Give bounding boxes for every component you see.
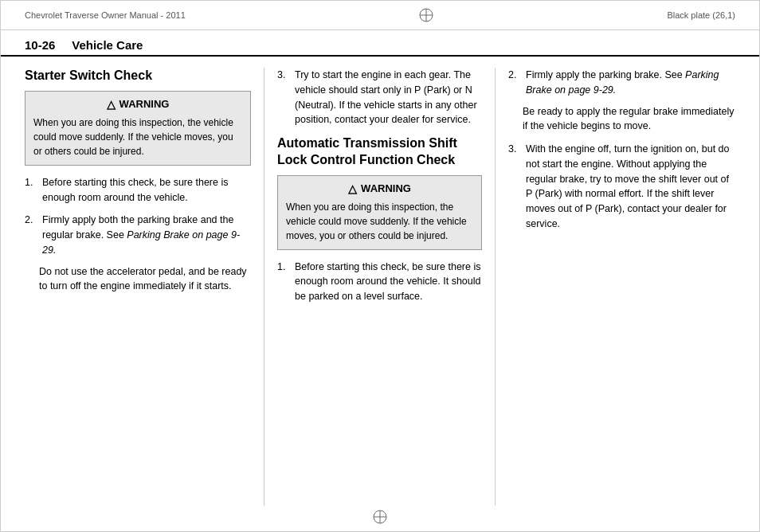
starter-item-2-text: Firmly apply both the parking brake and … <box>42 213 251 257</box>
page-header: Chevrolet Traverse Owner Manual - 2011 B… <box>1 1 759 30</box>
section-number: 10-26 <box>25 38 55 52</box>
middle-item-3-num: 3. <box>277 68 292 127</box>
right-item-3-text: With the engine off, turn the ignition o… <box>526 142 735 232</box>
right-item-2-text: Firmly apply the parking brake. See Park… <box>526 68 735 98</box>
starter-item-1-num: 1. <box>25 175 39 205</box>
auto-trans-warning-triangle-icon: △ <box>348 182 357 195</box>
starter-item-2: 2. Firmly apply both the parking brake a… <box>25 213 251 294</box>
starter-item-1: 1. Before starting this check, be sure t… <box>25 175 251 205</box>
starter-warning-header: △ WARNING <box>33 98 242 111</box>
auto-trans-item-1-num: 1. <box>277 260 292 304</box>
auto-trans-title: Automatic Transmission Shift Lock Contro… <box>277 135 482 169</box>
starter-item-2-note: Do not use the accelerator pedal, and be… <box>25 264 251 295</box>
right-item-2-num: 2. <box>508 68 523 98</box>
starter-switch-title: Starter Switch Check <box>25 68 251 84</box>
starter-item-1-text: Before starting this check, be sure ther… <box>42 175 251 205</box>
auto-trans-item-1: 1. Before starting this check, be sure t… <box>277 260 482 304</box>
auto-trans-item-1-text: Before starting this check, be sure ther… <box>295 260 482 304</box>
middle-item-3: 3. Try to start the engine in each gear.… <box>277 68 482 127</box>
auto-trans-warning-text: When you are doing this inspection, the … <box>286 200 473 243</box>
starter-warning-text: When you are doing this inspection, the … <box>33 115 242 158</box>
section-title: 10-26 Vehicle Care <box>25 38 143 52</box>
left-column: Starter Switch Check △ WARNING When you … <box>25 68 264 506</box>
header-center <box>418 7 434 23</box>
footer-crosshair-icon <box>372 509 388 525</box>
starter-warning-box: △ WARNING When you are doing this inspec… <box>25 91 251 166</box>
crosshair-icon <box>418 7 434 23</box>
section-header: 10-26 Vehicle Care <box>1 30 759 57</box>
header-left: Chevrolet Traverse Owner Manual - 2011 <box>25 10 186 20</box>
right-item-3-num: 3. <box>508 142 523 232</box>
auto-trans-warning-label: WARNING <box>361 182 411 194</box>
section-title-text: Vehicle Care <box>72 38 143 52</box>
right-item-2: 2. Firmly apply the parking brake. See P… <box>508 68 735 134</box>
auto-trans-warning-header: △ WARNING <box>286 182 473 195</box>
content-area: Starter Switch Check △ WARNING When you … <box>1 57 759 517</box>
warning-triangle-icon: △ <box>107 98 116 111</box>
starter-item-2-num: 2. <box>25 213 39 257</box>
right-item-2-note: Be ready to apply the regular brake imme… <box>508 104 735 135</box>
right-column: 2. Firmly apply the parking brake. See P… <box>495 68 735 506</box>
page-footer <box>1 503 759 531</box>
middle-column: 3. Try to start the engine in each gear.… <box>264 68 495 506</box>
header-right: Black plate (26,1) <box>667 10 735 20</box>
page-container: Chevrolet Traverse Owner Manual - 2011 B… <box>0 0 760 532</box>
starter-warning-label: WARNING <box>119 98 170 110</box>
right-item-3: 3. With the engine off, turn the ignitio… <box>508 142 735 232</box>
middle-item-3-text: Try to start the engine in each gear. Th… <box>295 68 482 127</box>
auto-trans-warning-box: △ WARNING When you are doing this inspec… <box>277 175 482 250</box>
